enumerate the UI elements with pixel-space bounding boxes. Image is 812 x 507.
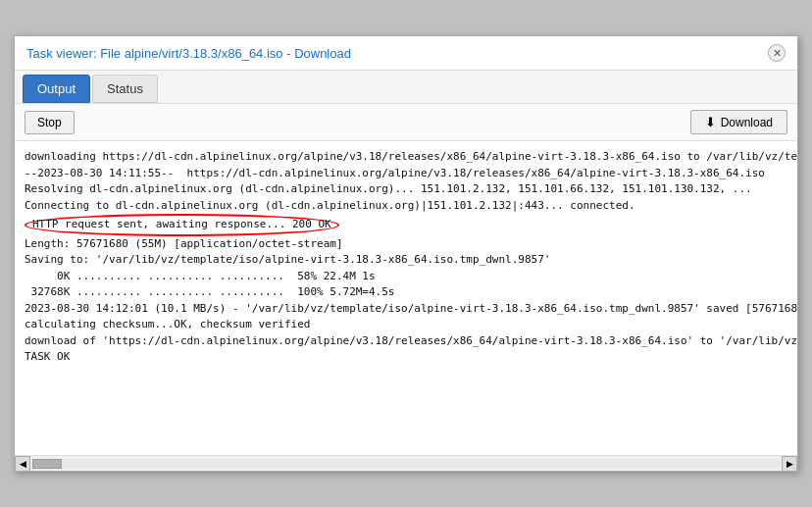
scroll-left-button[interactable]: ◀	[15, 456, 30, 472]
output-line: downloading https://dl-cdn.alpinelinux.o…	[25, 149, 787, 166]
output-line: --2023-08-30 14:11:55-- https://dl-cdn.a…	[25, 166, 787, 182]
scroll-track	[32, 459, 780, 469]
download-button[interactable]: ⬇ Download	[690, 110, 787, 134]
tab-output[interactable]: Output	[23, 75, 90, 103]
output-line: 2023-08-30 14:12:01 (10.1 MB/s) - '/var/…	[25, 301, 787, 318]
scroll-thumb[interactable]	[32, 459, 62, 469]
output-line: download of 'https://dl-cdn.alpinelinux.…	[25, 333, 787, 350]
horizontal-scrollbar[interactable]: ◀ ▶	[15, 455, 797, 471]
output-line: Saving to: '/var/lib/vz/template/iso/alp…	[25, 252, 787, 269]
output-area[interactable]: downloading https://dl-cdn.alpinelinux.o…	[15, 141, 797, 455]
output-line: Connecting to dl-cdn.alpinelinux.org (dl…	[25, 198, 787, 215]
download-icon: ⬇	[705, 115, 716, 129]
toolbar: Stop ⬇ Download	[15, 104, 797, 141]
output-line: 0K .......... .......... .......... 58% …	[25, 269, 787, 285]
stop-button[interactable]: Stop	[25, 111, 75, 134]
output-line: HTTP request sent, awaiting response... …	[25, 214, 787, 236]
output-line: 32768K .......... .......... .......... …	[25, 284, 787, 301]
tabs-bar: Output Status	[15, 71, 797, 104]
output-line: Length: 57671680 (55M) [application/octe…	[25, 236, 787, 253]
output-line: TASK OK	[25, 349, 787, 366]
task-viewer-dialog: Task viewer: File alpine/virt/3.18.3/x86…	[14, 35, 798, 472]
close-icon: ✕	[773, 47, 782, 60]
output-line: Resolving dl-cdn.alpinelinux.org (dl-cdn…	[25, 181, 787, 198]
close-button[interactable]: ✕	[768, 44, 786, 62]
scroll-right-button[interactable]: ▶	[782, 456, 797, 472]
download-label: Download	[721, 116, 773, 129]
title-bar: Task viewer: File alpine/virt/3.18.3/x86…	[15, 36, 797, 71]
output-line: calculating checksum...OK, checksum veri…	[25, 317, 787, 333]
tab-status[interactable]: Status	[92, 75, 158, 103]
dialog-title: Task viewer: File alpine/virt/3.18.3/x86…	[26, 46, 351, 61]
